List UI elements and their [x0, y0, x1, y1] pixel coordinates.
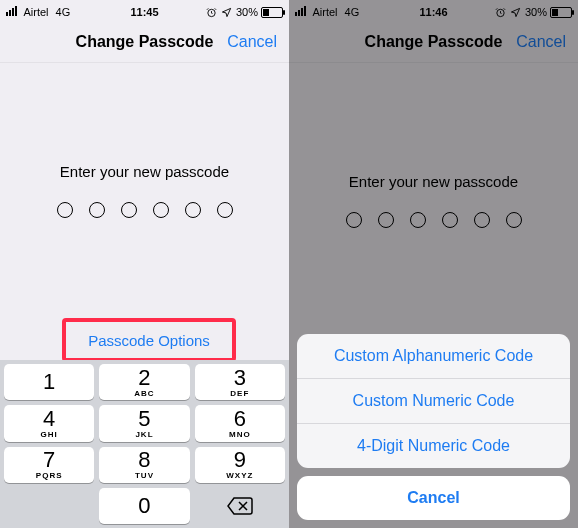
- screen-passcode-options: Airtel 4G 11:46 30% Change Passcode Canc…: [289, 0, 578, 528]
- key-1[interactable]: 1: [4, 364, 94, 400]
- option-custom-alphanumeric[interactable]: Custom Alphanumeric Code: [297, 334, 570, 378]
- key-9[interactable]: 9WXYZ: [195, 447, 285, 483]
- action-sheet-cancel[interactable]: Cancel: [297, 476, 570, 520]
- key-8[interactable]: 8TUV: [99, 447, 189, 483]
- passcode-dot: [153, 202, 169, 218]
- highlight-passcode-options: Passcode Options: [62, 318, 236, 362]
- prompt-text: Enter your new passcode: [0, 163, 289, 180]
- key-7[interactable]: 7PQRS: [4, 447, 94, 483]
- cancel-button[interactable]: Cancel: [227, 33, 277, 51]
- option-custom-numeric[interactable]: Custom Numeric Code: [297, 378, 570, 423]
- passcode-dot: [89, 202, 105, 218]
- key-4[interactable]: 4GHI: [4, 405, 94, 441]
- passcode-dot: [185, 202, 201, 218]
- numeric-keypad: 1 2ABC 3DEF 4GHI 5JKL 6MNO 7PQRS 8TUV 9W…: [0, 360, 289, 528]
- key-0[interactable]: 0: [99, 488, 189, 524]
- passcode-dot: [121, 202, 137, 218]
- key-blank: [4, 488, 94, 524]
- nav-bar: Change Passcode Cancel: [0, 22, 289, 63]
- key-5[interactable]: 5JKL: [99, 405, 189, 441]
- passcode-dots: [0, 202, 289, 218]
- passcode-dot: [217, 202, 233, 218]
- screen-passcode-entry: Airtel 4G 11:45 30% Change Passcode Canc…: [0, 0, 289, 528]
- backspace-key[interactable]: [195, 488, 285, 524]
- key-6[interactable]: 6MNO: [195, 405, 285, 441]
- key-3[interactable]: 3DEF: [195, 364, 285, 400]
- backspace-icon: [226, 496, 254, 516]
- passcode-dot: [57, 202, 73, 218]
- passcode-options-button[interactable]: Passcode Options: [88, 332, 210, 349]
- key-2[interactable]: 2ABC: [99, 364, 189, 400]
- option-4digit-numeric[interactable]: 4-Digit Numeric Code: [297, 423, 570, 468]
- clock: 11:45: [0, 6, 289, 18]
- action-sheet-options: Custom Alphanumeric Code Custom Numeric …: [297, 334, 570, 468]
- action-sheet: Custom Alphanumeric Code Custom Numeric …: [297, 334, 570, 520]
- status-bar: Airtel 4G 11:45 30%: [0, 0, 289, 22]
- page-title: Change Passcode: [76, 33, 214, 51]
